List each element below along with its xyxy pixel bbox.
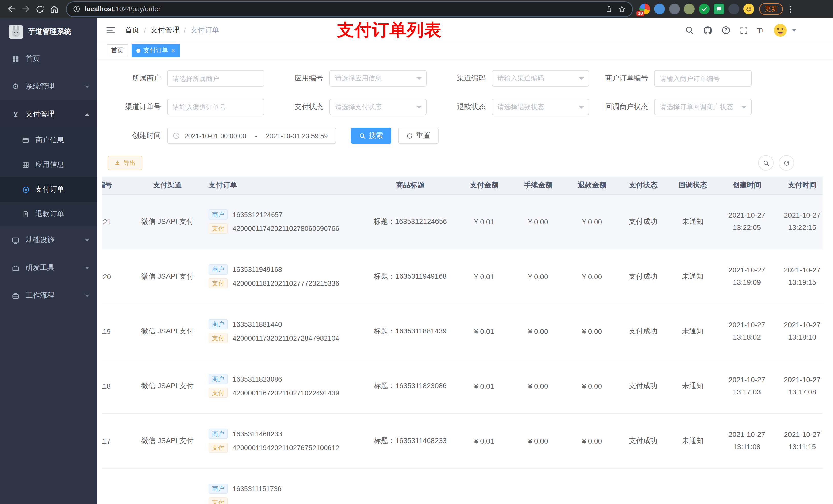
breadcrumb: 首页 支付管理 支付订单	[125, 26, 219, 35]
col-create-time: 创建时间	[718, 177, 776, 194]
cell-refund: ¥ 0.00	[565, 304, 619, 359]
cell-create-time: 2021-10-2713:19:09	[718, 249, 776, 304]
cell-create-time: 2021-10-2713:18:02	[718, 304, 776, 359]
page-content: 所属商户 应用编号 请选择应用信息 渠道编码 请输入渠道编码 商户订单编号	[97, 59, 833, 504]
extension-olive-icon[interactable]	[684, 4, 695, 14]
sidebar-item-infrastructure[interactable]: 基础设施	[0, 226, 97, 254]
extension-colorful-icon[interactable]: 10	[639, 4, 650, 14]
bookmark-star-icon[interactable]	[618, 5, 626, 13]
close-icon[interactable]	[171, 47, 175, 54]
download-icon	[114, 160, 120, 166]
cell-id: 121	[102, 194, 130, 249]
cell-amount: ¥ 0.01	[457, 249, 511, 304]
avatar	[772, 23, 788, 38]
pay-order-no: 4200001181202110277723215336	[233, 280, 339, 287]
col-id: 编号	[102, 177, 130, 194]
reset-button[interactable]: 重置	[398, 127, 438, 144]
cell-pay-time: 2021-10-2713:22:15	[775, 194, 823, 249]
pay-tag: 支付	[209, 442, 228, 453]
help-icon[interactable]	[721, 26, 730, 35]
date-start: 2021-10-01 00:00:00	[185, 132, 246, 140]
breadcrumb-home[interactable]: 首页	[125, 26, 139, 35]
table-row: 120 微信 JSAPI 支付 商户 1635311949168 支付 4200…	[102, 249, 823, 304]
cell-callback: 未通知	[667, 249, 718, 304]
callback-status-select[interactable]: 请选择订单回调商户状态	[654, 99, 752, 115]
export-button[interactable]: 导出	[108, 156, 142, 170]
filter-label: 渠道编码	[432, 74, 486, 83]
merchant-tag: 商户	[209, 319, 228, 329]
tab-label: 支付订单	[143, 46, 168, 55]
app-logo[interactable]: 芋道管理系统	[0, 19, 97, 45]
reload-icon[interactable]	[33, 2, 47, 16]
merchant-select[interactable]	[167, 70, 264, 87]
extension-dark-icon[interactable]	[729, 4, 739, 14]
cell-fee: ¥ 0.00	[511, 359, 565, 413]
sidebar-item-app-info[interactable]: 应用信息	[0, 153, 97, 177]
sidebar-item-pay-order[interactable]: 支付订单	[0, 177, 97, 202]
pay-tag: 支付	[209, 497, 228, 504]
cell-id: 118	[102, 359, 130, 413]
chevron-down-icon	[85, 294, 89, 297]
fullscreen-icon[interactable]	[739, 26, 748, 35]
url-text: localhost:1024/pay/order	[85, 5, 600, 13]
logo-rabbit-icon	[9, 25, 23, 39]
reset-button-label: 重置	[416, 131, 430, 140]
extension-emoji-icon[interactable]	[743, 4, 754, 14]
browser-menu-icon[interactable]	[786, 4, 795, 14]
pay-tag: 支付	[209, 278, 228, 288]
caret-down-icon	[416, 77, 422, 80]
browser-update-button[interactable]: 更新	[759, 3, 783, 15]
font-size-icon[interactable]: TT	[757, 26, 764, 34]
back-icon[interactable]	[4, 2, 19, 16]
pay-status-select[interactable]: 请选择支付状态	[329, 99, 427, 115]
refund-status-select[interactable]: 请选择退款状态	[492, 99, 589, 115]
extension-chat-icon[interactable]	[714, 4, 724, 14]
extension-gray-icon[interactable]	[669, 4, 680, 14]
breadcrumb-payment[interactable]: 支付管理	[151, 26, 179, 35]
sidebar-item-dev-tools[interactable]: 研发工具	[0, 254, 97, 282]
gear-icon: ⚙	[11, 82, 20, 91]
screen: localhost:1024/pay/order 10 更新	[0, 0, 833, 504]
home-icon[interactable]	[47, 2, 62, 16]
share-icon[interactable]	[605, 5, 613, 13]
channel-order-no-field[interactable]	[167, 99, 264, 115]
cell-amount: ¥ 0.01	[457, 359, 511, 413]
github-icon[interactable]	[703, 25, 712, 35]
sidebar-item-refund-order[interactable]: 退款订单	[0, 202, 97, 226]
sidebar-item-payment[interactable]: ¥ 支付管理	[0, 100, 97, 128]
sidebar-item-system[interactable]: ⚙ 系统管理	[0, 73, 97, 100]
cell-callback	[667, 468, 718, 504]
sidebar-item-home[interactable]: 首页	[0, 45, 97, 73]
merchant-order-no-field[interactable]	[654, 70, 752, 87]
table-row: 商户 1635311151736 支付 查看详情	[102, 468, 823, 504]
sidebar-item-workflow[interactable]: 工作流程	[0, 282, 97, 309]
channel-code-select[interactable]: 请输入渠道编码	[492, 70, 589, 87]
create-time-range-picker[interactable]: 2021-10-01 00:00:00 - 2021-10-31 23:59:5…	[167, 127, 336, 144]
extension-check-icon[interactable]	[699, 4, 710, 14]
merchant-order-no: 1635311949168	[233, 266, 282, 273]
search-button[interactable]: 搜索	[351, 127, 391, 144]
tab-home[interactable]: 首页	[106, 44, 128, 57]
sidebar-fold-icon[interactable]	[105, 25, 116, 35]
cell-create-time: 2021-10-2713:17:03	[718, 359, 776, 413]
select-placeholder: 请选择订单回调商户状态	[660, 102, 733, 112]
table-header-row: 编号 支付渠道 支付订单 商品标题 支付金额 手续金额 退款金额 支付状态 回调…	[102, 177, 823, 194]
extension-badge: 10	[636, 11, 644, 16]
user-menu[interactable]	[772, 23, 796, 38]
tab-pay-order[interactable]: 支付订单	[132, 44, 180, 57]
select-placeholder: 请选择退款状态	[497, 102, 544, 112]
merchant-input[interactable]	[173, 74, 259, 82]
extension-blue-icon[interactable]	[654, 4, 665, 14]
refresh-table-button[interactable]	[779, 155, 794, 171]
app-id-select[interactable]: 请选择应用信息	[329, 70, 427, 87]
url-bar[interactable]: localhost:1024/pay/order	[67, 2, 632, 16]
merchant-order-no-input[interactable]	[660, 74, 746, 82]
sidebar-item-label: 系统管理	[26, 82, 54, 91]
chevron-up-icon	[85, 113, 89, 116]
channel-order-no-input[interactable]	[173, 103, 259, 111]
site-info-icon[interactable]	[73, 5, 80, 13]
search-icon[interactable]	[685, 26, 694, 35]
sidebar-item-merchant-info[interactable]: 商户信息	[0, 128, 97, 153]
forward-icon[interactable]	[19, 2, 33, 16]
toggle-search-button[interactable]	[758, 155, 774, 171]
